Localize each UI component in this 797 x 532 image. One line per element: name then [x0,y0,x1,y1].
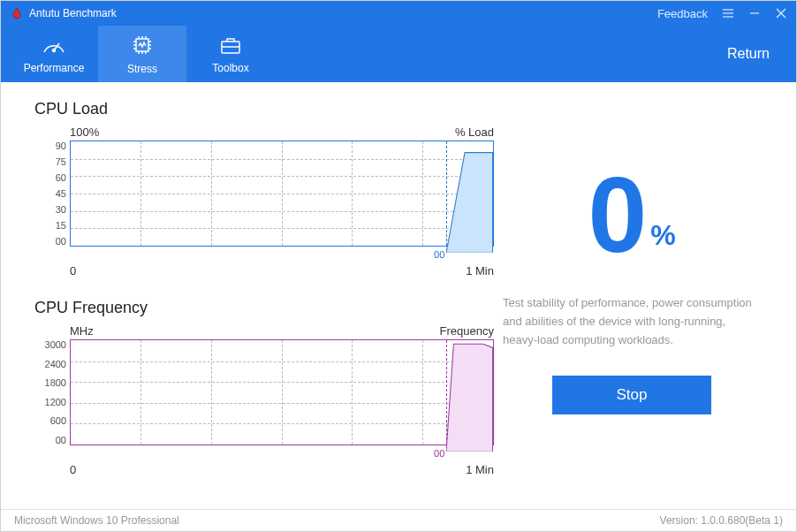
chart-title: CPU Load [34,100,494,118]
chart-top-right-label: % Load [455,125,494,139]
chart-x-right-label: 1 Min [466,463,494,476]
result-description: Test stability of performance, power con… [494,294,770,349]
chart-data-series [446,340,493,452]
chart-data-start-label: 00 [434,448,444,459]
tab-toolbox[interactable]: Toolbox [186,26,275,82]
toolbox-icon [218,34,243,58]
tab-label: Performance [24,62,85,74]
close-icon[interactable] [775,7,787,19]
result-percent-value: 0 [588,162,647,268]
chart-title: CPU Frequency [34,299,494,317]
tab-label: Stress [127,63,157,75]
app-logo-icon [10,6,24,20]
menubar: Performance Stress Toolbox Return [1,26,796,82]
chart-y-axis: 90 75 60 45 30 15 00 [34,141,70,247]
stop-button[interactable]: Stop [552,376,711,414]
chart-x-left-label: 0 [70,264,76,277]
titlebar: Antutu Benchmark Feedback [1,1,796,26]
chart-top-left-label: MHz [70,324,94,338]
gauge-icon [42,34,66,58]
svg-marker-24 [446,344,493,452]
cpu-load-chart: CPU Load 100% % Load 90 75 60 45 30 15 0… [34,100,494,277]
chip-icon [131,34,154,59]
svg-marker-23 [446,153,493,254]
feedback-link[interactable]: Feedback [657,7,708,20]
chart-plot-area: 00 [70,141,494,247]
app-title: Antutu Benchmark [29,7,657,19]
result-percent-unit: % [650,219,675,268]
chart-top-right-label: Frequency [440,324,494,338]
tab-stress[interactable]: Stress [98,26,186,82]
chart-x-left-label: 0 [70,463,76,476]
chart-y-axis: 3000 2400 1800 1200 600 00 [34,339,70,445]
os-label: Microsoft Windows 10 Professional [14,514,179,527]
svg-point-7 [53,49,56,51]
chart-plot-area: 00 [70,339,494,445]
content-area: CPU Load 100% % Load 90 75 60 45 30 15 0… [1,82,796,509]
version-label: Version: 1.0.0.680(Beta 1) [660,514,783,527]
minimize-icon[interactable] [748,7,761,19]
tab-label: Toolbox [212,62,248,74]
cpu-frequency-chart: CPU Frequency MHz Frequency 3000 2400 18… [34,299,494,476]
chart-data-start-label: 00 [434,249,444,260]
chart-x-right-label: 1 Min [466,264,494,277]
statusbar: Microsoft Windows 10 Professional Versio… [1,509,796,531]
chart-data-series [446,141,493,253]
chart-top-left-label: 100% [70,125,99,139]
return-button[interactable]: Return [727,26,796,82]
tab-performance[interactable]: Performance [10,26,98,82]
menu-icon[interactable] [722,7,734,19]
result-panel: 0 % Test stability of performance, power… [494,100,770,500]
